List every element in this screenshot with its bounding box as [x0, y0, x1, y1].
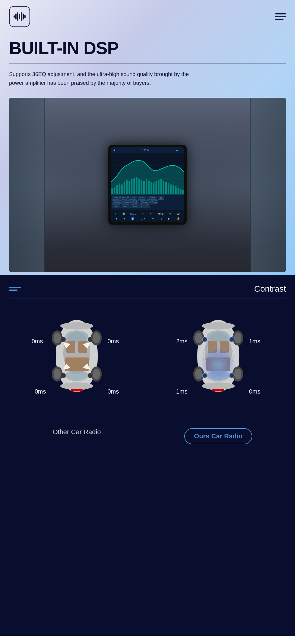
svg-rect-2 [17, 12, 18, 21]
svg-rect-1 [15, 14, 17, 20]
our-ms-tl: 2ms [176, 338, 188, 345]
nav-bar [9, 0, 286, 33]
climate-controls: ⌂ ⏻ DUAL ✳ 〜 AUTO ↺ 🔊 ◀ 0 ♿ [111, 210, 184, 222]
home-icon[interactable]: ⌂ [115, 213, 116, 215]
svg-rect-28 [151, 182, 152, 194]
mute-icon[interactable]: 🔇 [177, 217, 180, 220]
preset-vol[interactable]: ◉◉ [158, 196, 164, 200]
screen-time: 17:55 [142, 149, 149, 152]
svg-point-61 [61, 373, 66, 378]
svg-rect-0 [14, 15, 15, 18]
svg-point-45 [65, 370, 88, 381]
user2-btn[interactable]: User2 [121, 204, 129, 208]
our-car-label-button[interactable]: Ours Car Radio [184, 428, 252, 444]
svg-point-73 [202, 322, 235, 330]
contrast-header: Contrast [9, 284, 286, 299]
title-divider [9, 63, 286, 64]
svg-point-49 [54, 333, 61, 343]
svg-point-60 [88, 337, 93, 342]
our-ms-bl: 1ms [176, 388, 188, 395]
svg-point-62 [88, 373, 93, 378]
header-section: BUILT-IN DSP Supports 36EQ adjustment, a… [0, 0, 295, 275]
other-car-item: 0ms 0ms 0ms 0ms [9, 311, 144, 436]
svg-point-55 [93, 369, 100, 379]
svg-point-74 [202, 382, 235, 390]
preset-through[interactable]: Through [147, 196, 157, 200]
defrost-icon[interactable]: ❄ [152, 217, 154, 220]
preset-classical[interactable]: Classical [112, 200, 123, 204]
svg-rect-36 [170, 185, 172, 194]
sound-wave-effect [200, 347, 236, 383]
other-car-label: Other Car Radio [53, 428, 101, 436]
svg-rect-23 [138, 179, 140, 195]
signal-icons: ▲ — [176, 149, 182, 152]
ac-icon[interactable]: 〜 [150, 212, 152, 216]
radio-screen-wrapper: ◀ 17:55 ▲ — [108, 145, 187, 225]
user-settings-btn[interactable]: ⋯ [144, 204, 150, 208]
preset-rock[interactable]: Rock [131, 200, 139, 204]
add-user-btn[interactable]: + [139, 204, 144, 208]
svg-rect-6 [24, 15, 26, 18]
svg-rect-34 [165, 182, 167, 194]
recirculate-icon[interactable]: ↺ [169, 213, 171, 215]
svg-rect-21 [133, 178, 135, 194]
user1-btn[interactable]: User1 [112, 204, 120, 208]
svg-rect-5 [23, 14, 24, 20]
fwd-nav-icon[interactable]: ▶ [168, 217, 170, 220]
svg-point-51 [93, 333, 100, 343]
our-car-item: 2ms 1ms 1ms 0ms [151, 311, 286, 444]
climate-icon-row: ⌂ ⏻ DUAL ✳ 〜 AUTO ↺ 🔊 [112, 211, 183, 216]
preset-popular[interactable]: Popular [140, 200, 150, 204]
preset-bbe[interactable]: BBE [120, 196, 128, 200]
screen-topbar: ◀ 17:55 ▲ — [111, 147, 184, 153]
svg-rect-18 [126, 180, 128, 194]
back-nav-icon[interactable]: ◀ [115, 217, 117, 220]
svg-rect-12 [111, 189, 113, 194]
other-car-view: 0ms 0ms 0ms 0ms [35, 311, 119, 419]
back-icon: ◀ [113, 149, 115, 152]
preset-srs[interactable]: SRS© [138, 196, 146, 200]
car-display-container: ◀ 17:55 ▲ — [9, 95, 286, 275]
vol-icon[interactable]: 🔊 [177, 213, 180, 215]
svg-point-47 [60, 382, 93, 390]
svg-rect-3 [19, 14, 20, 19]
our-ms-br: 0ms [249, 388, 260, 395]
our-car-view: 2ms 1ms 1ms 0ms [176, 311, 260, 419]
other-ms-tr: 0ms [107, 338, 119, 345]
preset-jazz[interactable]: Jazz [123, 200, 131, 204]
svg-rect-17 [124, 182, 125, 194]
auto-label: AUTO [158, 213, 163, 215]
svg-rect-93 [212, 389, 224, 391]
contrast-icon [9, 287, 21, 291]
preset-buttons-row: xRes BBE DOLBY SRS© Through ◉◉ Classical… [111, 195, 184, 210]
seat-heat-icon[interactable]: ♿ [131, 217, 134, 220]
svg-point-44 [65, 330, 88, 342]
hamburger-menu-button[interactable] [275, 13, 286, 20]
svg-point-87 [229, 337, 234, 342]
nav-icon-row: ◀ 0 ♿ ▲▼ ❄ 0 ▶ 🔇 [112, 216, 183, 221]
our-ms-tr: 1ms [249, 338, 260, 345]
svg-rect-31 [158, 180, 160, 194]
svg-rect-39 [178, 188, 179, 195]
svg-rect-19 [129, 181, 130, 194]
preset-reset[interactable]: Reset [150, 200, 159, 204]
temp-left: 0 [123, 218, 125, 220]
contrast-title: Contrast [254, 284, 286, 294]
svg-rect-4 [21, 12, 22, 21]
fan-icon[interactable]: ✳ [142, 213, 144, 215]
svg-rect-41 [182, 190, 184, 194]
preset-xres[interactable]: xRes [112, 196, 120, 200]
svg-rect-35 [168, 183, 169, 195]
svg-rect-33 [163, 181, 164, 194]
temp-up-icon[interactable]: ▲▼ [141, 217, 146, 220]
user3-btn[interactable]: User3 [130, 204, 138, 208]
preset-dolby[interactable]: DOLBY [128, 196, 137, 200]
svg-rect-25 [143, 181, 145, 194]
eq-display [111, 153, 184, 195]
contrast-section: Contrast 0ms 0ms 0ms 0ms [0, 275, 295, 636]
svg-rect-67 [71, 389, 83, 391]
svg-rect-22 [136, 177, 137, 194]
svg-point-46 [60, 322, 93, 330]
svg-rect-27 [148, 181, 150, 194]
power-icon[interactable]: ⏻ [122, 213, 125, 215]
